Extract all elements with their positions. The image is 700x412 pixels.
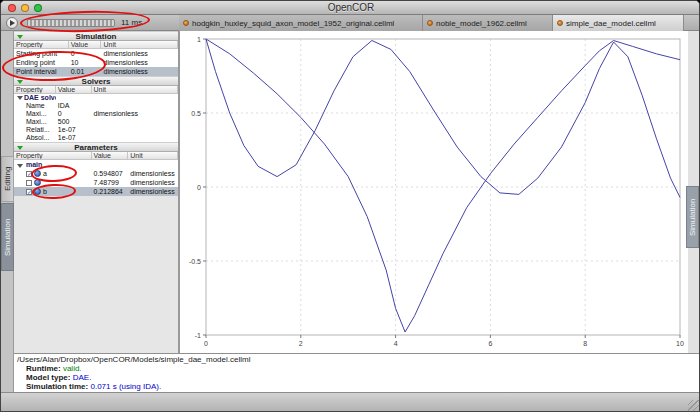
collapse-arrow-icon (17, 35, 23, 39)
model-type-value: DAE. (73, 373, 92, 382)
property-row[interactable]: Relati... 1e-07 (14, 126, 178, 134)
parameter-checkbox[interactable] (26, 171, 32, 177)
file-tab-bar: hodgkin_huxley_squid_axon_model_1952_ori… (179, 15, 684, 31)
parameter-row[interactable]: a 0.594807 dimensionless (14, 169, 178, 178)
section-title: Simulation (76, 32, 117, 41)
delay-wheel[interactable] (27, 19, 115, 27)
property-name: Relati... (14, 126, 56, 134)
section-parameters: Parameters Property Value Unit main (14, 142, 178, 196)
column-header: Value (69, 41, 102, 48)
property-name: Ending point (14, 58, 69, 67)
y-tick-label: -0.5 (189, 258, 201, 265)
solver-group-row[interactable]: DAE solver (14, 94, 178, 102)
parameter-row[interactable]: b 0.212864 dimensionless (14, 187, 178, 196)
runtime-value: valid. (63, 364, 82, 373)
property-row[interactable]: Ending point 10 dimensionless (14, 58, 178, 67)
variable-icon (34, 179, 41, 186)
section-simulation: Simulation Property Value Unit Starting … (14, 31, 178, 76)
section-header-parameters[interactable]: Parameters (14, 142, 178, 152)
property-row[interactable]: Point interval 0.01 dimensionless (14, 67, 178, 76)
property-value: 0 (69, 49, 102, 58)
property-name: Maxi... (14, 118, 56, 126)
simulation-side-panel: Simulation Property Value Unit Starting … (14, 31, 179, 353)
property-row[interactable]: Starting point 0 dimensionless (14, 49, 178, 58)
parameter-checkbox[interactable] (26, 180, 32, 186)
x-tick-label: 6 (488, 340, 492, 347)
parameter-row[interactable]: 7.48799 dimensionless (14, 178, 178, 187)
parameter-group-row[interactable]: main (14, 160, 178, 169)
file-tab-noble[interactable]: noble_model_1962.cellml (423, 15, 553, 31)
output-console: /Users/Alan/Dropbox/OpenCOR/Models/simpl… (14, 353, 700, 392)
section-title: Parameters (74, 143, 118, 152)
parameter-value: 0.594807 (92, 169, 129, 178)
file-tab-label: simple_dae_model.cellml (566, 19, 656, 28)
runtime-label: Runtime: (26, 364, 61, 373)
right-dock-tab[interactable]: Simulation (686, 186, 699, 248)
chart-svg: 0246810-1-0.500.51 (180, 31, 689, 353)
parameter-checkbox[interactable] (26, 189, 32, 195)
column-header-row: Property Value Unit (14, 152, 178, 160)
curve-a (206, 39, 680, 197)
property-value: 500 (56, 118, 92, 126)
parameter-value: 7.48799 (92, 178, 129, 187)
parameter-cell (14, 178, 92, 187)
mode-tab-simulation[interactable]: Simulation (1, 203, 14, 271)
property-value (92, 160, 129, 169)
column-header: Unit (92, 86, 178, 93)
variable-icon (34, 170, 41, 177)
property-unit (92, 94, 178, 102)
solver-group-cell: DAE solver (14, 94, 56, 102)
property-name: Starting point (14, 49, 69, 58)
parameter-cell: a (14, 169, 92, 178)
graph-panel[interactable]: 0246810-1-0.500.51 (179, 31, 688, 353)
variable-icon (34, 188, 41, 195)
property-value: 0.01 (69, 67, 102, 76)
delay-value: 11 ms (121, 15, 142, 31)
property-row[interactable]: Maxi... 0 dimensionless (14, 110, 178, 118)
resize-grip[interactable] (688, 400, 700, 412)
column-header: Property (14, 152, 92, 159)
component-name: main (26, 160, 42, 169)
mode-tab-editing[interactable]: Editing (1, 156, 14, 202)
column-header-row: Property Value Unit (14, 41, 178, 49)
section-header-simulation[interactable]: Simulation (14, 31, 178, 41)
collapse-arrow-icon (17, 146, 23, 150)
cellml-file-icon (183, 20, 189, 26)
status-bar (1, 392, 700, 412)
property-unit: dimensionless (101, 49, 178, 58)
sim-time-value: 0.071 s (using IDA). (90, 382, 161, 391)
column-header: Unit (128, 152, 178, 159)
property-unit (92, 102, 178, 110)
column-header: Value (56, 86, 92, 93)
parameter-unit: dimensionless (128, 178, 178, 187)
property-name: Name (14, 102, 56, 110)
property-unit (92, 134, 178, 142)
output-sim-time-line: Simulation time: 0.071 s (using IDA). (17, 382, 700, 391)
run-simulation-button[interactable] (6, 17, 18, 29)
opencor-window: OpenCOR 11 ms hodgkin_huxley_squid_axon_… (0, 0, 700, 412)
property-value: 1e-07 (56, 126, 92, 134)
column-header: Value (92, 152, 129, 159)
property-row[interactable]: Absol... 1e-07 (14, 134, 178, 142)
column-header-row: Property Value Unit (14, 86, 178, 94)
parameter-cell: b (14, 187, 92, 196)
property-unit: dimensionless (101, 67, 178, 76)
expand-triangle-icon[interactable] (17, 164, 23, 168)
property-row[interactable]: Maxi... 500 (14, 118, 178, 126)
property-unit (92, 118, 178, 126)
x-tick-label: 0 (204, 340, 208, 347)
collapse-arrow-icon (17, 80, 23, 84)
section-header-solvers[interactable]: Solvers (14, 76, 178, 86)
property-name: Maxi... (14, 110, 56, 118)
property-row[interactable]: Name IDA (14, 102, 178, 110)
expand-triangle-icon[interactable] (17, 96, 23, 100)
sim-time-label: Simulation time: (26, 382, 88, 391)
file-tab-hodgkin[interactable]: hodgkin_huxley_squid_axon_model_1952_ori… (179, 15, 423, 31)
output-model-type-line: Model type: DAE. (17, 373, 700, 382)
property-value (56, 94, 92, 102)
file-tab-label: hodgkin_huxley_squid_axon_model_1952_ori… (192, 19, 394, 28)
cellml-file-icon (427, 20, 433, 26)
property-name: Absol... (14, 134, 56, 142)
file-tab-simple-dae[interactable]: simple_dae_model.cellml (553, 15, 684, 31)
file-tab-label: noble_model_1962.cellml (436, 19, 527, 28)
